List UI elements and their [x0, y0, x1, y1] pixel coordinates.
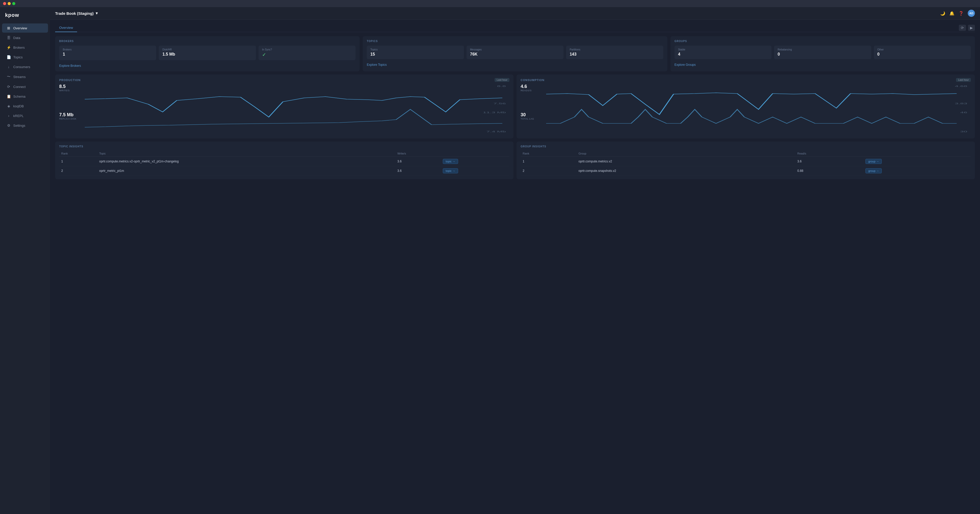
insights-row: TOPIC INSIGHTS Rank Topic Write/s 1: [55, 141, 975, 179]
topic-action-header: [441, 151, 509, 157]
svg-text:30: 30: [960, 130, 967, 133]
brokers-metrics: Brokers 1 Disk/HR 1.5 Mb In Sync? ✓: [59, 46, 355, 60]
svg-text:8.8: 8.8: [497, 85, 506, 87]
replica-disk-value: 7.5 Mb: [59, 112, 82, 117]
total-lag-value: 30: [520, 112, 544, 117]
consumption-chart-content: 4.6 READS/S 30 TOTAL LAG: [520, 84, 971, 135]
theme-icon[interactable]: 🌙: [940, 11, 945, 16]
content-area: Overview ⟳ ▶ BROKERS Brokers 1: [50, 20, 980, 514]
sidebar-item-streams[interactable]: 〜 Streams: [2, 72, 48, 82]
topbar: Trade Book (Staging) ▾ 🌙 🔔 ❓ AD: [50, 7, 980, 20]
brokers-icon: ⚡: [6, 45, 11, 49]
svg-text:7.56: 7.56: [493, 102, 506, 105]
refresh-button[interactable]: ⟳: [959, 25, 966, 31]
writes-metric: 8.5 WRITE/S: [59, 84, 82, 92]
tab-overview[interactable]: Overview: [55, 24, 77, 32]
close-button[interactable]: [3, 2, 6, 5]
reads-cell: 0.88: [795, 166, 863, 176]
partitions-value: 143: [570, 52, 659, 57]
sidebar-item-label: Settings: [13, 124, 25, 127]
sidebar-item-data[interactable]: 🗄 Data: [2, 33, 48, 42]
svg-text:3.83: 3.83: [955, 102, 967, 105]
topic-badge-button[interactable]: topic →: [443, 159, 458, 164]
rank-cell: 1: [520, 157, 576, 166]
other-value: 0: [877, 52, 967, 57]
sidebar-item-overview[interactable]: ⊞ Overview: [2, 24, 48, 33]
charts-row: PRODUCTION Last hour 8.5 WRITE/S 7.5 Mb …: [55, 75, 975, 138]
sidebar-item-label: Brokers: [13, 46, 25, 49]
environment-selector[interactable]: Trade Book (Staging) ▾: [55, 11, 98, 16]
notifications-icon[interactable]: 🔔: [950, 11, 955, 16]
production-chart-content: 8.5 WRITE/S 7.5 Mb REPLICA DISK: [59, 84, 509, 135]
topics-icon: 📄: [6, 55, 11, 59]
explore-brokers-link[interactable]: Explore Brokers: [59, 64, 81, 68]
topic-cell: oprtr.compute.metrics.v2-oprtr_metric_v2…: [97, 157, 395, 166]
group-badge-button[interactable]: group →: [865, 159, 882, 164]
sidebar-item-connect[interactable]: ⟳ Connect: [2, 82, 48, 91]
help-icon[interactable]: ❓: [959, 11, 964, 16]
sidebar-item-label: kREPL: [13, 114, 24, 118]
sidebar-item-consumers[interactable]: ↓ Consumers: [2, 62, 48, 71]
overview-icon: ⊞: [6, 26, 11, 30]
action-cell: group →: [863, 166, 971, 176]
disk-label: Disk/HR: [162, 48, 252, 51]
brokers-card-title: BROKERS: [59, 40, 355, 43]
consumption-time-badge: Last hour: [956, 78, 971, 82]
rank-cell: 1: [59, 157, 97, 166]
consumption-chart-area: 4.68 3.83 46 30: [546, 84, 971, 135]
sidebar-item-brokers[interactable]: ⚡ Brokers: [2, 43, 48, 52]
tab-bar: Overview ⟳ ▶: [55, 24, 975, 32]
consumption-title: CONSUMPTION: [520, 79, 545, 82]
group-insights-table: Rank Group Read/s 1 oprtr.compute.metric…: [520, 151, 971, 176]
minimize-button[interactable]: [8, 2, 11, 5]
sidebar-item-schema[interactable]: 📋 Schema: [2, 92, 48, 101]
svg-text:46: 46: [960, 111, 967, 114]
topic-badge-button[interactable]: topic →: [443, 168, 458, 173]
brokers-card: BROKERS Brokers 1 Disk/HR 1.5 Mb In Sync…: [55, 36, 360, 71]
disk-value: 1.5 Mb: [162, 52, 252, 57]
action-cell: group →: [863, 157, 971, 166]
topic-cell: oprtr_metric_pt1m: [97, 166, 395, 176]
explore-groups-link[interactable]: Explore Groups: [675, 63, 696, 67]
production-time-badge: Last hour: [495, 78, 509, 82]
consumption-chart-card: CONSUMPTION Last hour 4.6 READS/S 30 TOT…: [517, 75, 975, 138]
stable-metric: Stable 4: [675, 46, 772, 59]
sidebar-item-krepl[interactable]: › kREPL: [2, 111, 48, 121]
play-button[interactable]: ▶: [968, 25, 975, 31]
insync-metric: In Sync? ✓: [259, 46, 355, 60]
user-avatar[interactable]: AD: [968, 10, 975, 17]
topics-card: TOPICS Topics 15 Messages 76K Partitions: [363, 36, 667, 71]
production-svg: 8.8 7.56 11.3 Mb 7.4 Mb: [85, 84, 509, 135]
writes-cell: 3.6: [395, 157, 441, 166]
total-lag-metric: 30 TOTAL LAG: [520, 112, 544, 120]
topics-count-metric: Topics 15: [367, 46, 464, 59]
production-chart-area: 8.8 7.56 11.3 Mb 7.4 Mb: [85, 84, 509, 135]
tab-actions: ⟳ ▶: [959, 24, 975, 32]
messages-label: Messages: [470, 48, 560, 51]
maximize-button[interactable]: [12, 2, 15, 5]
streams-icon: 〜: [6, 75, 11, 79]
group-cell: oprtr.compute.metrics.v2: [576, 157, 795, 166]
production-title: PRODUCTION: [59, 79, 81, 82]
sidebar-item-ksqldb[interactable]: ◈ ksqlDB: [2, 102, 48, 111]
sidebar-item-topics[interactable]: 📄 Topics: [2, 52, 48, 62]
reads-cell: 3.6: [795, 157, 863, 166]
topic-insights-title: TOPIC INSIGHTS: [59, 145, 509, 148]
partitions-metric: Partitions 143: [566, 46, 663, 59]
connect-icon: ⟳: [6, 85, 11, 89]
sidebar-item-label: Schema: [13, 95, 25, 98]
sidebar-item-label: Streams: [13, 75, 25, 79]
explore-topics-link[interactable]: Explore Topics: [367, 63, 387, 67]
group-badge-button[interactable]: group →: [865, 168, 882, 173]
topics-count-label: Topics: [370, 48, 460, 51]
sidebar-item-settings[interactable]: ⚙ Settings: [2, 121, 48, 130]
group-insights-card: GROUP INSIGHTS Rank Group Read/s 1: [517, 141, 975, 179]
table-row: 1 oprtr.compute.metrics.v2 3.6 group →: [520, 157, 971, 166]
rebalancing-label: Rebalancing: [778, 48, 867, 51]
insync-value: ✓: [262, 52, 352, 58]
group-name-header: Group: [576, 151, 795, 157]
production-metrics: 8.5 WRITE/S 7.5 Mb REPLICA DISK: [59, 84, 82, 135]
table-row: 2 oprtr.compute.snapshots.v2 0.88 group …: [520, 166, 971, 176]
brokers-count-metric: Brokers 1: [59, 46, 156, 60]
topbar-actions: 🌙 🔔 ❓ AD: [940, 10, 975, 17]
